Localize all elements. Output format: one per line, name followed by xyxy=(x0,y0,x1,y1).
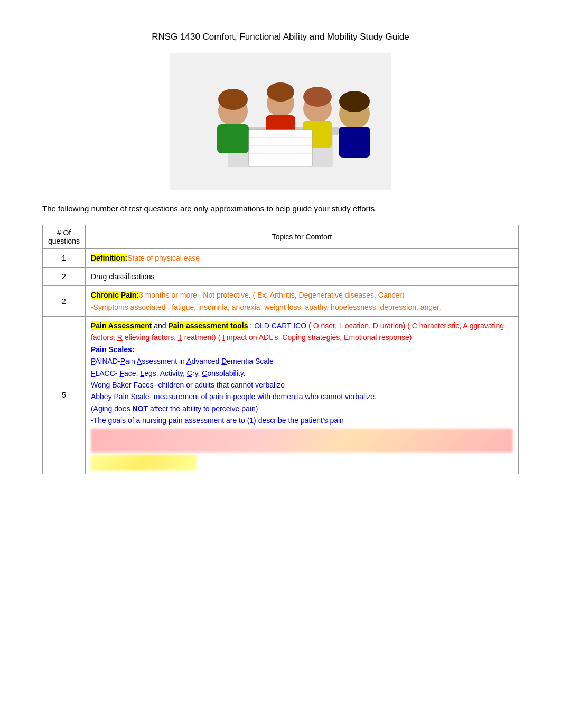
aging-rest: affect the ability to perceive pain) xyxy=(148,404,258,413)
treat-rest: reatment) ( xyxy=(184,333,222,342)
row-content-5: Pain Assessment and Pain assessment tool… xyxy=(85,317,518,474)
painad-p: P xyxy=(91,357,95,365)
duration-rest: uration) ( xyxy=(380,321,410,330)
location-rest: ocation, xyxy=(345,321,373,330)
coping-text: Coping strategies, Emotional response) xyxy=(282,333,412,342)
study-guide-table: # Ofquestions Topics for Comfort 1 Defin… xyxy=(42,225,519,474)
col-header-topics: Topics for Comfort xyxy=(85,225,518,248)
flacc-l: L xyxy=(140,369,144,377)
svg-point-4 xyxy=(218,89,248,110)
symptoms-text: -Symptoms associated : fatigue, insomnia… xyxy=(91,303,441,311)
painad-a2: A xyxy=(186,357,191,365)
chronic-pain-text: 3 months or more . Not protective. ( Ex:… xyxy=(139,291,405,299)
aging-paren-open: (Aging does xyxy=(91,404,133,413)
svg-rect-3 xyxy=(217,124,249,153)
painad-label: AINAD- xyxy=(95,357,120,365)
painad-a: A xyxy=(137,357,142,365)
svg-rect-16 xyxy=(249,130,312,167)
svg-point-10 xyxy=(303,87,332,107)
rel-rest: elieving factors, xyxy=(125,333,178,342)
abbey-text: Abbey Pain Scale xyxy=(91,392,149,401)
drug-classifications-text: Drug classifications xyxy=(91,272,155,281)
row-number-3: 2 xyxy=(43,286,86,317)
definition-text: State of physical ease xyxy=(127,254,200,262)
painad-d: D xyxy=(221,357,227,365)
onset-text: ( xyxy=(308,321,311,330)
flacc-consol: onsolability. xyxy=(207,369,245,377)
flacc-c2: C xyxy=(202,369,207,377)
row-content-2: Drug classifications xyxy=(85,267,518,285)
wong-baker-text: Wong Baker Faces xyxy=(91,381,154,389)
row-number-2: 2 xyxy=(43,267,86,285)
and-text: and xyxy=(154,321,168,330)
table-row: 1 Definition:State of physical ease xyxy=(43,248,519,267)
old-cart-text: OLD CART ICO xyxy=(254,321,306,330)
goals-text: -The goals of a nursing pain assessment … xyxy=(91,416,344,425)
row-number-1: 1 xyxy=(43,248,86,267)
svg-rect-12 xyxy=(339,127,370,158)
pain-assessment-highlight: Pain Assessment xyxy=(91,321,152,330)
impact-rest: mpact on ADL's, xyxy=(227,333,280,342)
painad-advanced: dvanced xyxy=(191,357,221,365)
painad-rest: ain xyxy=(125,357,137,365)
treat-t: T xyxy=(178,333,182,342)
onset-rest: nset, xyxy=(321,321,339,330)
table-row: 5 Pain Assessment and Pain assessment to… xyxy=(43,317,519,474)
flacc-c: C xyxy=(187,369,192,377)
rel-r: R xyxy=(117,333,123,342)
blurred-content-2 xyxy=(91,455,197,471)
char-rest: haracteristic, xyxy=(419,321,463,330)
onset-label: O xyxy=(313,321,319,330)
header-image-container xyxy=(42,53,519,190)
char-c: C xyxy=(412,321,417,330)
chronic-pain-label: Chronic Pain: xyxy=(91,291,139,299)
svg-point-13 xyxy=(339,91,370,112)
abbey-dash: - measurement of pain in people with dem… xyxy=(149,392,376,401)
col-header-number: # Ofquestions xyxy=(43,225,86,248)
painad-p2: P xyxy=(120,357,125,365)
aging-not: NOT xyxy=(133,404,148,413)
row-content-3: Chronic Pain:3 months or more . Not prot… xyxy=(85,286,518,317)
painad-dementia: ementia Scale xyxy=(227,357,274,365)
blurred-content-1 xyxy=(91,429,513,453)
svg-point-7 xyxy=(267,82,294,102)
duration-label: D xyxy=(373,321,378,330)
table-row: 2 Chronic Pain:3 months or more . Not pr… xyxy=(43,286,519,317)
flacc-legs: egs, Activity, xyxy=(144,369,187,377)
location-label: L xyxy=(339,321,343,330)
definition-label: Definition: xyxy=(91,254,127,262)
row-content-1: Definition:State of physical ease xyxy=(85,248,518,267)
flacc-label: LACC xyxy=(96,369,115,377)
flacc-face: ace, xyxy=(124,369,140,377)
flacc-f: F xyxy=(91,369,96,377)
intro-text: The following number of test questions a… xyxy=(42,203,519,215)
page-title: RNSG 1430 Comfort, Functional Ability an… xyxy=(42,32,519,42)
colon-text: : xyxy=(250,321,254,330)
flacc-f2: F xyxy=(119,369,124,377)
impact-i: I xyxy=(222,333,225,342)
flacc-cry: ry, xyxy=(192,369,202,377)
agg-a: A xyxy=(463,321,467,330)
study-group-image xyxy=(170,53,391,190)
pain-assessment-tools-highlight: Pain assessment tools xyxy=(169,321,248,330)
pain-scales-label: Pain Scales: xyxy=(91,345,135,354)
wong-baker-dash: - children or adults that cannot verbali… xyxy=(154,381,285,389)
row-number-5: 5 xyxy=(43,317,86,474)
painad-assessment: ssessment in xyxy=(142,357,186,365)
table-row: 2 Drug classifications xyxy=(43,267,519,285)
